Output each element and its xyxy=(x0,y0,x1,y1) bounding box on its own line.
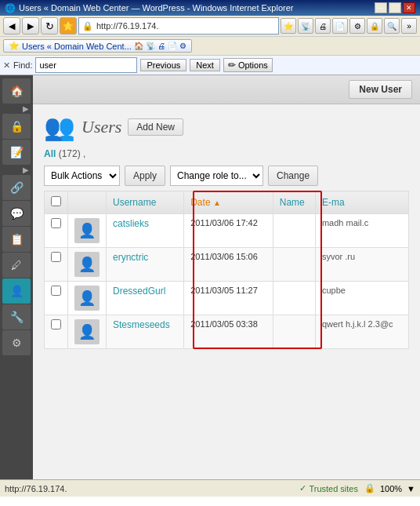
sidebar-icon-settings[interactable]: ⚙ xyxy=(2,330,31,355)
col-name[interactable]: Name xyxy=(273,191,315,214)
col-email[interactable]: E-ma xyxy=(315,191,408,214)
bulk-actions-select[interactable]: Bulk Actions xyxy=(44,166,120,186)
rss-button[interactable]: 📡 xyxy=(298,18,313,34)
row-avatar-cell: 👤 xyxy=(68,282,107,315)
wp-topbar: New User xyxy=(33,75,420,104)
apply-button[interactable]: Apply xyxy=(125,166,165,186)
select-all-checkbox[interactable] xyxy=(51,196,61,206)
email-col-label: E-ma xyxy=(322,197,345,208)
sidebar-arrow-posts: ▶ xyxy=(2,166,31,174)
add-new-button[interactable]: Add New xyxy=(128,118,183,136)
tools-nav-icon: ⚙ xyxy=(179,42,186,50)
home-nav-icon: 🏠 xyxy=(134,42,143,50)
sidebar-icon-comments[interactable]: 💬 xyxy=(2,201,31,226)
filter-count: (172) , xyxy=(59,148,86,159)
col-username[interactable]: Username xyxy=(107,191,184,214)
tools-button[interactable]: ⚙ xyxy=(349,18,365,34)
table-row: 👤 erynctric 2011/03/06 15:06 syvor .ru xyxy=(45,248,409,282)
nav-icons: ⭐ 📡 🖨 📄 ⚙ 🔒 🔍 » xyxy=(281,18,417,34)
row-checkbox[interactable] xyxy=(51,286,61,296)
row-checkbox-cell xyxy=(45,248,68,282)
filter-bar: All (172) , xyxy=(44,148,409,159)
row-checkbox[interactable] xyxy=(51,252,61,262)
sidebar-icon-home[interactable]: 🏠 xyxy=(2,78,31,104)
safety-button[interactable]: 🔒 xyxy=(367,18,382,34)
page-button[interactable]: 📄 xyxy=(332,18,348,34)
home-button[interactable]: ⭐ xyxy=(60,17,77,35)
sidebar-icon-posts[interactable]: 📝 xyxy=(2,140,31,165)
change-button[interactable]: Change xyxy=(268,166,318,186)
sidebar-icon-plugins[interactable]: 🖊 xyxy=(2,253,31,278)
row-username-cell: catslieks xyxy=(107,214,184,248)
address-input[interactable] xyxy=(96,21,275,31)
forward-button[interactable]: ▶ xyxy=(22,17,39,35)
username-link[interactable]: catslieks xyxy=(113,218,149,229)
row-avatar-cell: 👤 xyxy=(68,315,107,349)
address-bar[interactable]: 🔒 xyxy=(78,17,279,35)
user-avatar: 👤 xyxy=(74,218,100,243)
find-options-button[interactable]: ✏ Options xyxy=(223,58,273,72)
bookmark-icon: ⭐ xyxy=(9,41,20,51)
find-bar: ✕ Find: Previous Next ✏ Options xyxy=(0,56,420,75)
change-role-select[interactable]: Change role to... xyxy=(170,166,263,186)
sidebar-icon-lock[interactable]: 🔒 xyxy=(2,114,31,139)
sidebar-icon-tools[interactable]: 🔧 xyxy=(2,304,31,329)
find-close-button[interactable]: ✕ xyxy=(3,60,10,71)
row-email-cell: madh mail.c xyxy=(315,214,408,248)
username-link[interactable]: erynctric xyxy=(113,252,148,263)
zoom-dropdown-icon[interactable]: ▼ xyxy=(407,484,415,493)
expand-button[interactable]: » xyxy=(401,18,417,34)
row-date-cell: 2011/03/05 03:38 xyxy=(184,315,273,349)
print-button[interactable]: 🖨 xyxy=(315,18,331,34)
maximize-button[interactable]: □ xyxy=(389,2,401,13)
row-name-cell xyxy=(273,282,315,315)
row-checkbox[interactable] xyxy=(51,218,61,228)
find-previous-button[interactable]: Previous xyxy=(140,59,186,71)
table-row: 👤 catslieks 2011/03/06 17:42 madh mail.c xyxy=(45,214,409,248)
row-name-cell xyxy=(273,315,315,349)
filter-label: All xyxy=(44,148,56,159)
username-link[interactable]: DressedGurl xyxy=(113,286,165,297)
back-button[interactable]: ◀ xyxy=(3,17,20,35)
research-button[interactable]: 🔍 xyxy=(384,18,400,34)
find-input[interactable] xyxy=(35,57,137,73)
col-avatar xyxy=(68,191,107,214)
users-table: Username Date ▲ Name E-ma xyxy=(44,191,409,349)
minimize-button[interactable]: ─ xyxy=(375,2,387,13)
favorites-button[interactable]: ⭐ xyxy=(281,18,296,34)
sidebar-icon-appearance[interactable]: 📋 xyxy=(2,227,31,252)
user-avatar: 👤 xyxy=(74,286,100,311)
name-col-label: Name xyxy=(280,197,305,208)
row-checkbox[interactable] xyxy=(51,319,61,329)
page-nav-icon: 📄 xyxy=(168,42,177,50)
col-date[interactable]: Date ▲ xyxy=(184,191,273,214)
sidebar-arrow-home: ▶ xyxy=(2,104,31,113)
username-link[interactable]: Stesmeseeds xyxy=(113,319,170,330)
sidebar-icon-links[interactable]: 🔗 xyxy=(2,175,31,200)
row-avatar-cell: 👤 xyxy=(68,214,107,248)
refresh-button[interactable]: ↻ xyxy=(41,17,58,35)
find-next-button[interactable]: Next xyxy=(190,59,220,71)
new-user-button[interactable]: New User xyxy=(349,80,412,99)
row-date-cell: 2011/03/05 11:27 xyxy=(184,282,273,315)
row-username-cell: DressedGurl xyxy=(107,282,184,315)
bookmark-users[interactable]: ⭐ Users « Domain Web Cent... 🏠 📡 🖨 📄 ⚙ xyxy=(3,39,192,53)
trusted-sites-label: Trusted sites xyxy=(309,484,358,493)
sidebar-icon-users[interactable]: 👤 xyxy=(2,278,31,304)
user-avatar: 👤 xyxy=(74,252,100,277)
date-col-label: Date xyxy=(190,197,210,208)
col-checkbox[interactable] xyxy=(45,191,68,214)
bookmarks-bar: ⭐ Users « Domain Web Cent... 🏠 📡 🖨 📄 ⚙ xyxy=(0,37,420,56)
find-options-label: Options xyxy=(238,60,268,70)
find-label: Find: xyxy=(13,60,32,70)
table-wrapper: Username Date ▲ Name E-ma xyxy=(44,191,409,349)
status-url: http://76.19.174. xyxy=(5,484,293,493)
users-page-icon: 👥 xyxy=(44,112,75,142)
zoom-level: 100% xyxy=(380,484,402,493)
close-button[interactable]: ✕ xyxy=(403,2,415,13)
title-bar-controls: ─ □ ✕ xyxy=(375,2,415,13)
wp-content: 👥 Users Add New All (172) , Bulk Actions… xyxy=(33,104,420,357)
browser-icon: 🌐 xyxy=(5,3,16,13)
table-row: 👤 DressedGurl 2011/03/05 11:27 cupbe xyxy=(45,282,409,315)
status-right: 🔒 100% ▼ xyxy=(364,483,415,493)
